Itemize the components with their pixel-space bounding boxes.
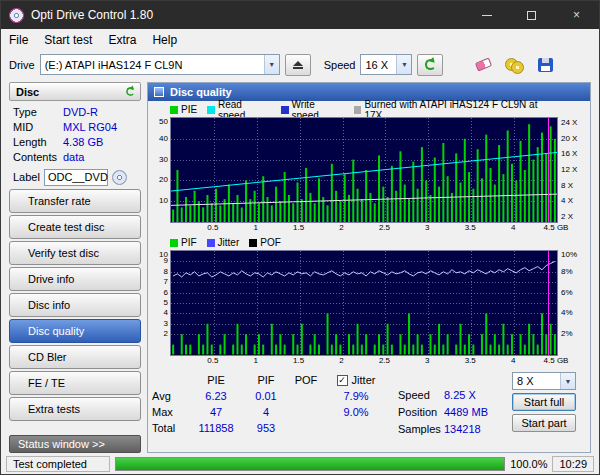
maximize-icon [527,11,536,20]
sidebar-item-fe-te[interactable]: FE / TE [9,371,141,395]
burn-swatch [354,106,362,114]
drive-select-value: (E:) ATAPI iHAS124 F CL9N [41,59,264,71]
eraser-icon [475,58,492,72]
row-max-label: Max [152,406,188,418]
row-total-label: Total [152,422,188,434]
pie-chart [170,117,558,223]
speed-label: Speed [324,59,356,71]
discs-icon [505,58,523,72]
sidebar-item-drive-info[interactable]: Drive info [9,267,141,291]
legend-pif: PIF [170,237,197,248]
contents-label: Contents [13,151,63,163]
app-window: Opti Drive Control 1.80 × File Start tes… [0,0,600,475]
read-speed-swatch [207,106,215,114]
panel-header-icon [154,87,164,97]
contents-value: data [63,151,84,163]
menu-file[interactable]: File [1,31,36,49]
sidebar-item-verify-test-disc[interactable]: Verify test disc [9,241,141,265]
speed-select[interactable]: 16 X ▼ [360,54,412,75]
drive-label: Drive [9,59,35,71]
minimize-icon [482,15,492,16]
close-button[interactable]: × [554,1,599,29]
status-window-toggle[interactable]: Status window >> [9,435,141,453]
max-pie: 47 [188,406,244,418]
erase-disc-button[interactable] [470,54,496,76]
menu-bar: File Start test Extra Help [1,29,599,50]
jitter-checkbox[interactable]: ✓ [337,375,348,386]
start-full-button[interactable]: Start full [512,393,576,411]
scan-info: Speed 8.25 X Position 4489 MB Samples 13… [398,386,502,452]
sidebar-item-disc-quality[interactable]: Disc quality [9,319,141,343]
chevron-down-icon: ▼ [396,55,411,74]
refresh-button[interactable] [417,54,443,76]
mid-value: MXL RG04 [63,121,117,133]
type-label: Type [13,106,63,118]
save-button[interactable] [532,54,558,76]
speed-stat-value: 8.25 X [444,389,502,401]
eject-button[interactable] [285,54,311,76]
legend-top: PIE Read speed Write speed Burned with A… [170,103,554,116]
status-message: Test completed [6,456,110,472]
menu-help[interactable]: Help [144,31,185,49]
maximize-button[interactable] [509,1,554,29]
samples-value: 134218 [444,423,502,435]
sidebar-item-cd-bler[interactable]: CD Bler [9,345,141,369]
title-bar: Opti Drive Control 1.80 × [1,1,599,29]
edit-label-button[interactable] [112,170,127,185]
speed-stat-label: Speed [398,389,444,401]
sidebar-item-create-test-disc[interactable]: Create test disc [9,215,141,239]
position-label: Position [398,406,444,418]
pie-x-axis: 0.511.522.533.544.5 GB [170,223,558,234]
pif-left-axis: 1098765432 [148,250,170,356]
scan-speed-select[interactable]: 8 X ▼ [512,372,576,390]
disc-info: Type DVD-R MID MXL RG04 Length 4.38 GB C… [9,101,141,166]
total-pif: 953 [244,422,288,434]
max-jitter: 9.0% [324,406,388,418]
menu-start-test[interactable]: Start test [36,31,100,49]
disc-type-row: Type DVD-R [13,104,139,119]
window-title: Opti Drive Control 1.80 [31,8,153,22]
content-area: Disc Type DVD-R MID MXL RG04 Length 4.38… [1,79,599,453]
rescan-disc-button[interactable] [126,87,135,96]
pie-chart-row: 5040302010 24 X20 X16 X12 X8 X4 X2 X [148,117,590,223]
legend-pof: POF [249,237,281,248]
col-pif: PIF [244,374,288,386]
pie-left-axis: 5040302010 [148,117,170,223]
pif-chart [170,250,558,356]
close-icon: × [573,8,580,22]
disc-label-field[interactable]: ODC__DVD [44,169,108,186]
start-part-button[interactable]: Start part [512,414,576,432]
status-bar: Test completed 100.0% 10:29 [1,453,599,474]
progress-percent: 100.0% [510,458,547,470]
pif-right-axis: 10%8%6%4%2% [558,250,590,356]
sidebar: Disc Type DVD-R MID MXL RG04 Length 4.38… [9,82,141,453]
jitter-column-label: Jitter [352,374,376,386]
sidebar-item-disc-info[interactable]: Disc info [9,293,141,317]
legend-pie: PIE [170,104,197,115]
sidebar-item-extra-tests[interactable]: Extra tests [9,397,141,421]
write-speed-swatch [281,106,289,114]
copy-disc-button[interactable] [501,54,527,76]
avg-pie: 6.23 [188,390,244,402]
pif-x-axis: 0.511.522.533.544.5 GB [170,356,558,367]
position-value: 4489 MB [444,406,502,418]
pif-chart-row: 1098765432 10%8%6%4%2% [148,250,590,356]
total-pie: 111858 [188,422,244,434]
avg-pif: 0.01 [244,390,288,402]
type-value: DVD-R [63,106,98,118]
app-icon [9,8,24,23]
length-value: 4.38 GB [63,136,103,148]
pie-swatch [170,106,178,114]
sidebar-item-transfer-rate[interactable]: Transfer rate [9,189,141,213]
progress-fill [116,458,504,470]
pif-swatch [170,239,178,247]
toolbar: Drive (E:) ATAPI iHAS124 F CL9N ▼ Speed … [1,50,599,79]
refresh-icon [425,59,436,70]
pif-chart-canvas [171,251,557,355]
chevron-down-icon: ▼ [264,55,279,74]
minimize-button[interactable] [464,1,509,29]
length-label: Length [13,136,63,148]
max-pif: 4 [244,406,288,418]
menu-extra[interactable]: Extra [100,31,144,49]
drive-select[interactable]: (E:) ATAPI iHAS124 F CL9N ▼ [40,54,280,75]
